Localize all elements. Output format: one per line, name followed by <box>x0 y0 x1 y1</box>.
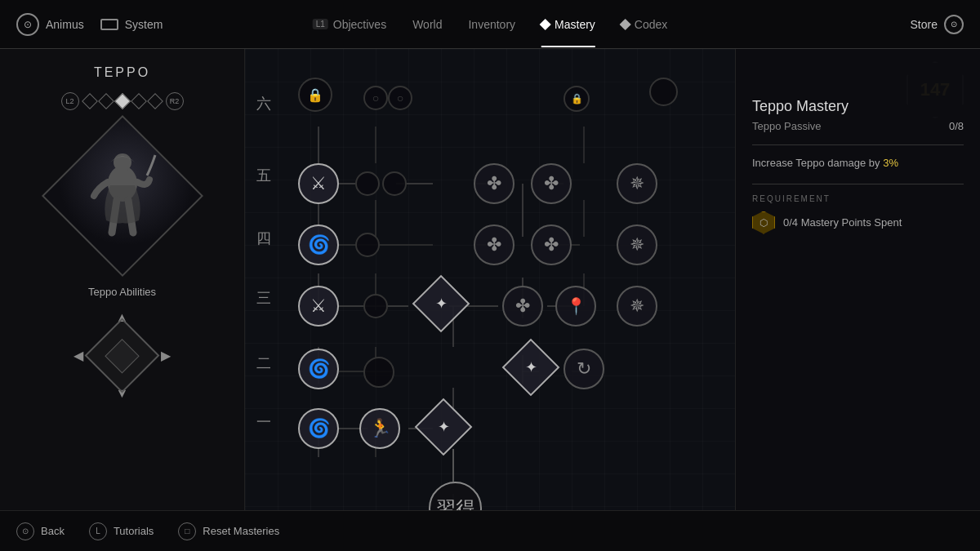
back-label: Back <box>41 525 65 537</box>
skill-node-3-star[interactable]: ✵ <box>617 286 657 327</box>
req-label: REQUIREMENT <box>752 194 964 203</box>
world-label: World <box>412 18 442 31</box>
skill-node-6-lock2[interactable]: 🔒 <box>564 86 590 112</box>
dot-5[interactable] <box>147 93 163 109</box>
skill-node-4-star[interactable]: ✵ <box>617 224 657 265</box>
skill-node-2-scroll[interactable]: 🌀 <box>298 349 339 389</box>
back-icon: ⊙ <box>16 522 34 540</box>
back-button[interactable]: ⊙ Back <box>16 522 65 540</box>
row-label-4: 四 <box>252 229 276 248</box>
row-label-1: 一 <box>252 412 276 432</box>
nav-right: Store ⊙ <box>911 15 964 34</box>
diamond-nav-inner <box>110 344 135 368</box>
reset-label: Reset Masteries <box>203 525 279 537</box>
diamond-nav-center <box>85 318 160 393</box>
nav-objectives[interactable]: L1 Objectives <box>313 18 386 31</box>
skill-node-3-sword[interactable]: ⚔ <box>298 286 339 327</box>
panel-subtitle-label: Teppo Passive <box>752 120 822 132</box>
nav-brand[interactable]: ⊙ Animus <box>16 13 84 36</box>
character-label: Teppo Abilities <box>88 286 156 298</box>
mastery-label: Mastery <box>555 18 595 31</box>
skill-node-4-cross[interactable]: ✤ <box>474 224 514 265</box>
skill-node-6-small1[interactable]: ○ <box>363 86 388 110</box>
panel-description: Increase Teppo damage by 3% <box>752 155 964 171</box>
dot-3-filled[interactable] <box>114 93 131 109</box>
req-row: ⬡ 0/4 Mastery Points Spent <box>752 211 964 234</box>
skill-node-3-cross[interactable]: ✤ <box>502 286 543 327</box>
panel-progress: 0/8 <box>949 120 964 132</box>
skill-node-2-small[interactable] <box>363 357 394 388</box>
row-label-6: 六 <box>252 94 276 113</box>
row-label-5: 五 <box>252 166 276 185</box>
tutorials-icon: L <box>89 522 107 540</box>
mastery-dots: L2 R2 <box>61 92 184 110</box>
skill-node-3-diamond[interactable]: ✦ <box>421 283 461 324</box>
character-title: TEPPO <box>94 65 150 80</box>
codex-label: Codex <box>635 18 667 31</box>
r2-button[interactable]: R2 <box>166 92 184 110</box>
animus-icon: ⊙ <box>16 13 39 36</box>
tutorials-button[interactable]: L Tutorials <box>89 522 154 540</box>
character-portrait <box>42 115 203 277</box>
nav-center: L1 Objectives World Inventory Mastery Co… <box>313 18 668 31</box>
tutorials-label: Tutorials <box>114 525 154 537</box>
skill-learn-node[interactable]: 習得 <box>429 482 482 510</box>
req-text: 0/4 Mastery Points Spent <box>783 216 902 229</box>
skill-tree: 六 五 四 三 二 一 🔒 ○ ○ 🔒 <box>245 49 735 510</box>
system-label: System <box>125 18 163 31</box>
diamond-nav-row: ◀ ▶ <box>61 329 183 382</box>
skill-node-5-sword[interactable]: ⚔ <box>298 163 339 204</box>
nav-inventory[interactable]: Inventory <box>468 18 515 31</box>
nav-mastery[interactable]: Mastery <box>541 18 595 31</box>
skill-node-2-spin[interactable]: ↻ <box>564 349 604 389</box>
reset-button[interactable]: □ Reset Masteries <box>178 522 279 540</box>
nav-arrows: ▲ ◀ ▶ ▼ <box>61 310 183 401</box>
dot-4[interactable] <box>131 93 147 109</box>
system-icon <box>100 19 118 30</box>
diamond-inner-shape <box>105 338 139 372</box>
character-svg <box>86 151 159 241</box>
mastery-diamond-icon <box>540 18 551 29</box>
skill-node-4-small1[interactable] <box>355 233 380 257</box>
brand-label: Animus <box>46 18 84 31</box>
nav-world[interactable]: World <box>412 18 442 31</box>
inventory-label: Inventory <box>468 18 515 31</box>
panel-divider-1 <box>752 144 964 145</box>
reset-icon: □ <box>178 522 196 540</box>
skill-node-6-small2[interactable]: ○ <box>388 86 412 110</box>
nav-codex[interactable]: Codex <box>621 18 667 31</box>
skill-node-5-cross1[interactable]: ✤ <box>474 163 514 204</box>
skill-node-4-cross2[interactable]: ✤ <box>531 224 572 265</box>
skill-node-5-star[interactable]: ✵ <box>617 163 657 204</box>
objectives-badge: L1 <box>313 19 328 29</box>
skill-node-3-small[interactable] <box>363 294 388 318</box>
panel-subtitle: Teppo Passive 0/8 <box>752 120 964 132</box>
skill-node-4-scroll[interactable]: 🌀 <box>298 224 339 265</box>
skill-node-1-run[interactable]: 🏃 <box>359 408 400 449</box>
panel-divider-2 <box>752 184 964 184</box>
dot-2[interactable] <box>98 93 114 109</box>
skill-node-6-top1[interactable] <box>649 78 678 106</box>
bottom-bar: ⊙ Back L Tutorials □ Reset Masteries <box>0 510 980 551</box>
skill-node-1-diamond[interactable]: ✦ <box>423 407 464 447</box>
dot-1[interactable] <box>82 93 98 109</box>
skill-node-5-small2[interactable] <box>382 171 407 196</box>
skill-node-2-diamond[interactable]: ✦ <box>510 347 551 388</box>
top-navigation: ⊙ Animus System L1 Objectives World Inve… <box>0 0 980 49</box>
skill-node-5-cross2[interactable]: ✤ <box>531 163 572 204</box>
store-icon: ⊙ <box>944 15 964 34</box>
main-content: TEPPO L2 R2 <box>0 49 980 510</box>
skill-node-1-scroll[interactable]: 🌀 <box>298 408 339 449</box>
desc-highlight: 3% <box>883 157 898 169</box>
skill-node-6-lock[interactable]: 🔒 <box>298 78 332 112</box>
store-label[interactable]: Store <box>911 18 938 31</box>
character-silhouette <box>67 139 178 253</box>
row-label-2: 二 <box>252 353 276 373</box>
l2-button[interactable]: L2 <box>61 92 79 110</box>
objectives-label: Objectives <box>333 18 386 31</box>
panel-title: Teppo Mastery <box>752 98 964 115</box>
skill-node-5-small1[interactable] <box>355 171 380 196</box>
left-panel: TEPPO L2 R2 <box>0 49 245 510</box>
skill-node-3-pin[interactable]: 📍 <box>555 286 596 327</box>
nav-system[interactable]: System <box>100 18 163 31</box>
